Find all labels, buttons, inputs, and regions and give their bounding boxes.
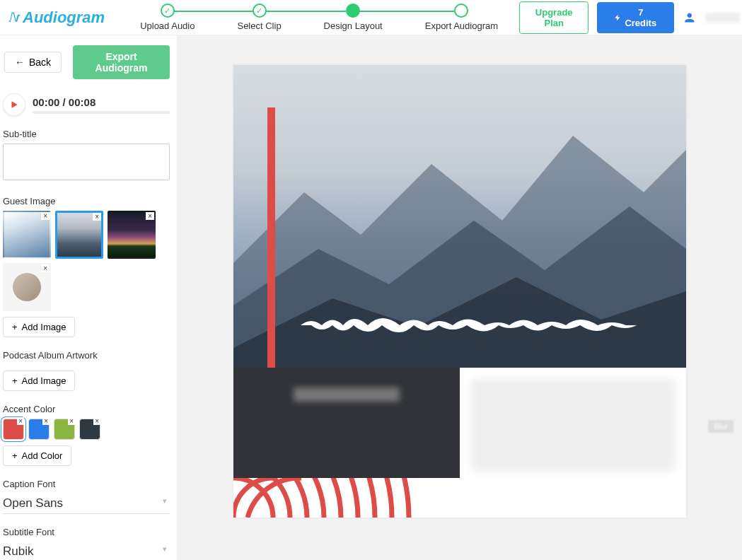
sidebar: ← Back Export Audiogram 00:00 / 00:08 Su… bbox=[0, 35, 177, 560]
credits-label: 7 Credits bbox=[624, 7, 657, 28]
close-icon[interactable]: × bbox=[146, 212, 154, 220]
canvas-footer bbox=[233, 368, 686, 478]
blur-badge: Blur bbox=[708, 420, 734, 433]
guest-image-label: Guest Image bbox=[3, 196, 170, 206]
back-button[interactable]: ← Back bbox=[4, 52, 62, 73]
play-icon bbox=[9, 100, 19, 110]
circle-icon bbox=[346, 4, 360, 18]
step-export-audiogram[interactable]: Export Audiogram bbox=[404, 4, 519, 31]
guest-image-thumb[interactable]: × bbox=[108, 211, 156, 259]
subtitle-font-select[interactable]: Rubik bbox=[3, 542, 170, 560]
step-select-clip[interactable]: Select Clip bbox=[216, 4, 302, 31]
time-display: 00:00 / 00:08 bbox=[33, 96, 170, 108]
logo-text: Audiogram bbox=[23, 8, 105, 27]
content-placeholder bbox=[471, 379, 675, 471]
step-label: Select Clip bbox=[237, 21, 281, 31]
accent-swatch[interactable]: × bbox=[3, 419, 24, 440]
accent-swatch[interactable]: × bbox=[54, 419, 75, 440]
logo[interactable]: Audiogram bbox=[7, 8, 105, 27]
step-label: Export Audiogram bbox=[425, 21, 498, 31]
subtitle-label: Sub-title bbox=[3, 129, 170, 139]
credits-button[interactable]: 7 Credits bbox=[597, 2, 674, 33]
add-album-artwork-button[interactable]: + Add Image bbox=[3, 371, 75, 391]
add-guest-image-button[interactable]: + Add Image bbox=[3, 317, 75, 337]
step-upload-audio[interactable]: Upload Audio bbox=[119, 4, 216, 31]
close-icon[interactable]: × bbox=[68, 417, 75, 425]
check-icon bbox=[161, 4, 175, 18]
title-placeholder bbox=[294, 387, 400, 402]
guest-image-thumb[interactable]: × bbox=[3, 263, 51, 311]
close-icon[interactable]: × bbox=[17, 417, 24, 425]
close-icon[interactable]: × bbox=[41, 212, 50, 220]
user-name[interactable] bbox=[705, 13, 740, 23]
close-icon[interactable]: × bbox=[93, 213, 101, 221]
plus-icon: + bbox=[12, 375, 18, 386]
add-image-label: Add Image bbox=[22, 375, 66, 386]
caption-font-select[interactable]: Open Sans bbox=[3, 494, 170, 514]
subtitle-input[interactable] bbox=[3, 144, 170, 180]
close-icon[interactable]: × bbox=[41, 264, 50, 272]
back-label: Back bbox=[29, 57, 51, 68]
export-audiogram-button[interactable]: Export Audiogram bbox=[73, 45, 170, 79]
arc-decoration bbox=[233, 478, 417, 518]
preview-canvas[interactable] bbox=[233, 65, 686, 518]
waveform bbox=[283, 311, 637, 342]
close-icon[interactable]: × bbox=[93, 417, 100, 425]
accent-swatch[interactable]: × bbox=[79, 419, 100, 440]
circle-icon bbox=[454, 4, 468, 18]
check-icon bbox=[253, 4, 267, 18]
guest-image-thumb[interactable]: × bbox=[55, 211, 103, 259]
step-label: Upload Audio bbox=[140, 21, 195, 31]
subtitle-font-label: Subtitle Font bbox=[3, 527, 170, 537]
canvas-area: Blur bbox=[177, 35, 742, 560]
step-design-layout[interactable]: Design Layout bbox=[303, 4, 404, 31]
add-image-label: Add Image bbox=[22, 322, 66, 332]
caption-font-label: Caption Font bbox=[3, 479, 170, 489]
accent-swatch[interactable]: × bbox=[28, 419, 50, 440]
progress-bar[interactable] bbox=[33, 111, 170, 114]
close-icon[interactable]: × bbox=[42, 417, 50, 425]
accent-color-label: Accent Color bbox=[3, 404, 170, 414]
user-icon[interactable] bbox=[683, 9, 697, 26]
guest-image-thumb[interactable]: × bbox=[3, 211, 51, 259]
add-color-label: Add Color bbox=[22, 450, 63, 461]
progress-steps: Upload Audio Select Clip Design Layout E… bbox=[119, 4, 519, 31]
add-color-button[interactable]: + Add Color bbox=[3, 445, 71, 466]
arrow-left-icon: ← bbox=[15, 57, 25, 68]
plus-icon: + bbox=[12, 322, 18, 332]
plus-icon: + bbox=[12, 450, 18, 461]
svg-point-2 bbox=[233, 478, 290, 518]
album-artwork-label: Podcast Album Artwork bbox=[3, 350, 170, 361]
upgrade-plan-button[interactable]: Upgrade Plan bbox=[519, 1, 589, 34]
play-button[interactable] bbox=[3, 93, 25, 116]
bolt-icon bbox=[614, 13, 621, 22]
step-label: Design Layout bbox=[324, 21, 383, 31]
